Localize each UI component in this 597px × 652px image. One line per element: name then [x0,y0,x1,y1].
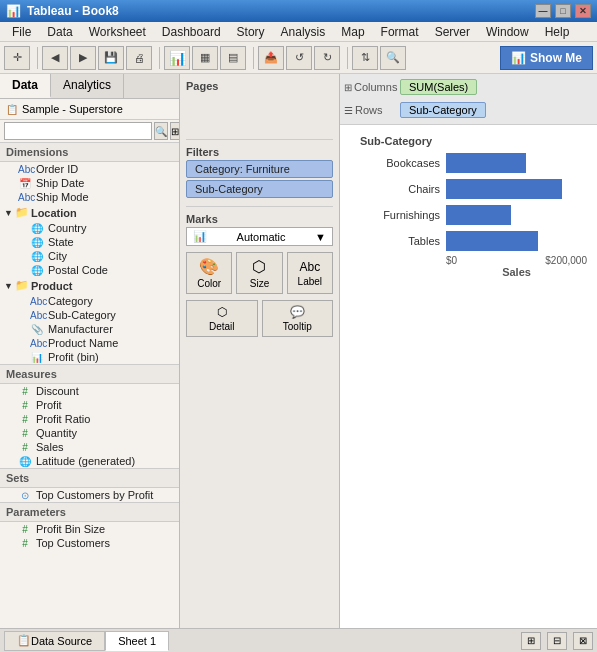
datasource-tab[interactable]: 📋 Data Source [4,631,105,651]
bar-fill-tables [446,231,538,251]
rows-shelf: ☰ Rows Sub-Category [344,99,593,121]
toolbar-chart2[interactable]: ▦ [192,46,218,70]
menu-analysis[interactable]: Analysis [273,23,334,41]
menu-format[interactable]: Format [373,23,427,41]
field-manufacturer[interactable]: 📎 Manufacturer [0,322,179,336]
new-worksheet-button[interactable]: ⊞ [521,632,541,650]
show-me-icon: 📊 [511,51,526,65]
color-label: Color [197,278,221,289]
show-me-button[interactable]: 📊 Show Me [500,46,593,70]
tab-data[interactable]: Data [0,74,51,98]
measure-discount[interactable]: # Discount [0,384,179,398]
menu-dashboard[interactable]: Dashboard [154,23,229,41]
toolbar-filter[interactable]: 🔍 [380,46,406,70]
new-story-button[interactable]: ⊠ [573,632,593,650]
bar-chart: Bookcases Chairs Furnishings [360,153,587,251]
filter-button[interactable]: ⊞ [170,122,180,140]
tooltip-label: Tooltip [283,321,312,332]
toolbar-refresh[interactable]: ↺ [286,46,312,70]
search-button[interactable]: 🔍 [154,122,168,140]
toolbar-chart3[interactable]: ▤ [220,46,246,70]
param-profit-bin-size[interactable]: # Profit Bin Size [0,522,179,536]
param-top-customers[interactable]: # Top Customers [0,536,179,550]
mark-detail-button[interactable]: ⬡ Detail [186,300,258,337]
tab-analytics[interactable]: Analytics [51,74,124,98]
field-ship-date[interactable]: 📅 Ship Date [0,176,179,190]
menu-story[interactable]: Story [229,23,273,41]
menu-map[interactable]: Map [333,23,372,41]
menu-window[interactable]: Window [478,23,537,41]
toolbar-forward[interactable]: ▶ [70,46,96,70]
menu-server[interactable]: Server [427,23,478,41]
toolbar-sep-2 [156,47,160,69]
left-panel: Data Analytics 📋 Sample - Superstore 🔍 ⊞… [0,74,180,628]
mark-size-button[interactable]: ⬡ Size [236,252,282,294]
new-dashboard-button[interactable]: ⊟ [547,632,567,650]
size-label: Size [250,278,269,289]
marks-type-select[interactable]: 📊 Automatic ▼ [186,227,333,246]
toolbar-publish[interactable]: 📤 [258,46,284,70]
measure-profit-ratio[interactable]: # Profit Ratio [0,412,179,426]
toolbar-sort[interactable]: ⇅ [352,46,378,70]
mark-tooltip-button[interactable]: 💬 Tooltip [262,300,334,337]
menu-help[interactable]: Help [537,23,578,41]
toolbar-sep-3 [250,47,254,69]
data-analytics-tabs: Data Analytics [0,74,179,99]
bar-fill-furnishings [446,205,511,225]
measure-quantity[interactable]: # Quantity [0,426,179,440]
field-category[interactable]: Abc Category [0,294,179,308]
menu-file[interactable]: File [4,23,39,41]
measure-sales[interactable]: # Sales [0,440,179,454]
maximize-button[interactable]: □ [555,4,571,18]
set-top-customers[interactable]: ⊙ Top Customers by Profit [0,488,179,502]
bar-row-chairs: Chairs [360,179,587,199]
bar-label-chairs: Chairs [360,183,440,195]
field-profit-bin[interactable]: 📊 Profit (bin) [0,350,179,364]
toolbar-back[interactable]: ◀ [42,46,68,70]
marks-grid2: ⬡ Detail 💬 Tooltip [186,300,333,337]
field-ship-mode[interactable]: Abc Ship Mode [0,190,179,204]
datasource-icon: 📋 [6,104,18,115]
field-product-name[interactable]: Abc Product Name [0,336,179,350]
columns-shelf: ⊞ Columns SUM(Sales) [344,76,593,98]
title-bar: 📊 Tableau - Book8 — □ ✕ [0,0,597,22]
toolbar-chart1[interactable]: 📊 [164,46,190,70]
field-sub-category[interactable]: Abc Sub-Category [0,308,179,322]
globe3-icon: 🌐 [30,251,44,262]
field-state[interactable]: 🌐 State [0,235,179,249]
measure-profit[interactable]: # Profit [0,398,179,412]
field-city[interactable]: 🌐 City [0,249,179,263]
field-country[interactable]: 🌐 Country [0,221,179,235]
field-text2-icon: Abc [18,192,32,203]
group-location-header[interactable]: ▼ 📁 Location [0,204,179,221]
close-button[interactable]: ✕ [575,4,591,18]
group-product-header[interactable]: ▼ 📁 Product [0,277,179,294]
marks-section: Marks 📊 Automatic ▼ 🎨 Color ⬡ Size Abc L… [186,213,333,622]
toolbar-crosshair[interactable]: ✛ [4,46,30,70]
right-panel: ⊞ Columns SUM(Sales) ☰ Rows Sub-Category… [340,74,597,628]
label-label: Label [298,276,322,287]
filter-sub-category[interactable]: Sub-Category [186,180,333,198]
columns-pill[interactable]: SUM(Sales) [400,79,477,95]
filters-section: Filters Category: Furniture Sub-Category [186,146,333,207]
datasource-name[interactable]: Sample - Superstore [22,103,123,115]
toolbar-print[interactable]: 🖨 [126,46,152,70]
minimize-button[interactable]: — [535,4,551,18]
search-input[interactable] [4,122,152,140]
rows-pill[interactable]: Sub-Category [400,102,486,118]
measure-latitude[interactable]: 🌐 Latitude (generated) [0,454,179,468]
sheet1-tab[interactable]: Sheet 1 [105,631,169,651]
toolbar-save[interactable]: 💾 [98,46,124,70]
menu-worksheet[interactable]: Worksheet [81,23,154,41]
subcat-text-icon: Abc [30,310,44,321]
filter-category[interactable]: Category: Furniture [186,160,333,178]
mark-label-button[interactable]: Abc Label [287,252,333,294]
field-postal-code[interactable]: 🌐 Postal Code [0,263,179,277]
bar-row-furnishings: Furnishings [360,205,587,225]
param-icon-1: # [18,524,32,535]
field-order-id[interactable]: Abc Order ID [0,162,179,176]
menu-data[interactable]: Data [39,23,80,41]
title-bar-controls: — □ ✕ [535,4,591,18]
mark-color-button[interactable]: 🎨 Color [186,252,232,294]
toolbar-refresh2[interactable]: ↻ [314,46,340,70]
